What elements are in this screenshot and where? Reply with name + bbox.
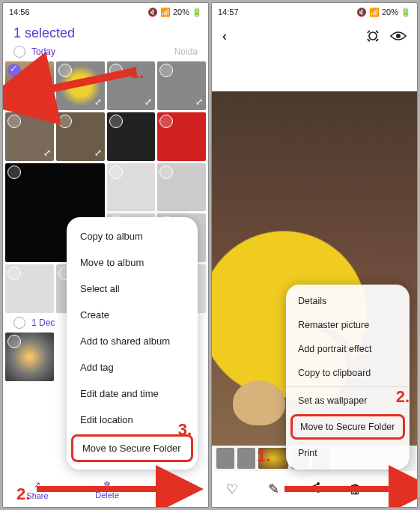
signal-icon: 📶 (369, 7, 380, 17)
battery-icon: 🔋 (192, 7, 202, 17)
photo-thumbnail[interactable] (5, 333, 54, 381)
photo-thumbnail[interactable] (107, 163, 156, 212)
svg-point-2 (369, 32, 377, 40)
photo-thumbnail[interactable]: ⤢ (5, 61, 54, 110)
menu-add-shared[interactable]: Add to shared album (67, 328, 198, 354)
menu-copy-to-album[interactable]: Copy to album (67, 223, 198, 249)
svg-point-3 (396, 34, 401, 38)
menu-wallpaper[interactable]: Set as wallpaper (286, 389, 410, 413)
thumbnail-checkbox[interactable] (58, 64, 72, 77)
select-day-checkbox[interactable] (13, 46, 25, 58)
menu-add-tag[interactable]: Add tag (67, 354, 198, 380)
menu-select-all[interactable]: Select all (67, 276, 198, 302)
photo-thumbnail[interactable] (5, 264, 54, 313)
favorite-button[interactable]: ♡ (224, 481, 240, 497)
thumbnail-checkbox[interactable] (109, 115, 123, 128)
expand-icon[interactable]: ⤢ (144, 97, 152, 107)
photo-thumbnail[interactable] (157, 112, 206, 161)
location-label: Noida (174, 46, 198, 57)
photo-thumbnail[interactable]: ⤢ (5, 112, 54, 161)
status-time: 14:56 (9, 7, 30, 16)
thumbnail-checkbox[interactable] (58, 115, 72, 128)
battery-text: 20% (173, 7, 189, 16)
thumbnail-checkbox[interactable] (159, 115, 173, 128)
more-menu: Copy to album Move to album Select all C… (67, 217, 198, 470)
thumbnail-checkbox[interactable] (7, 267, 21, 280)
delete-button[interactable]: 🗑 Delete (95, 480, 119, 500)
expand-icon[interactable]: ⤢ (94, 97, 102, 107)
menu-portrait[interactable]: Add portrait effect (286, 337, 410, 361)
menu-move-secure[interactable]: Move to Secure Folder (71, 434, 193, 462)
bottom-action-bar: ↗ Share 🗑 Delete More (3, 473, 208, 507)
bottom-action-bar: ♡ ✎ 🗑 ⋮ (212, 471, 417, 507)
thumbnail-checkbox[interactable] (7, 166, 21, 179)
viewer-header: ‹ (212, 21, 417, 51)
strip-thumb[interactable] (216, 448, 234, 469)
date-label: 1 Dec (31, 318, 55, 328)
select-day-checkbox[interactable] (13, 317, 25, 329)
delete-button[interactable]: 🗑 (347, 482, 364, 497)
photo-thumbnail[interactable] (157, 163, 206, 212)
share-button[interactable]: ↗ Share (26, 480, 48, 500)
today-label: Today (31, 46, 55, 57)
eye-icon[interactable] (390, 28, 407, 44)
share-button[interactable] (306, 481, 323, 498)
menu-divider (286, 386, 410, 387)
strip-thumb-current[interactable] (258, 448, 288, 469)
signal-icon: 📶 (160, 7, 171, 17)
thumbnail-checkbox[interactable] (7, 115, 21, 128)
photo-thumbnail[interactable]: ⤢ (157, 61, 206, 110)
battery-icon: 🔋 (401, 7, 411, 17)
menu-edit-location[interactable]: Edit location (67, 407, 198, 433)
expand-icon[interactable]: ⤢ (195, 97, 203, 107)
expand-icon[interactable]: ⤢ (43, 148, 51, 158)
photo-thumbnail[interactable]: ⤢ (107, 61, 156, 110)
status-bar: 14:57 🔇 📶 20% 🔋 (212, 3, 417, 21)
more-button[interactable]: ⋮ (389, 481, 405, 497)
expand-icon[interactable]: ⤢ (43, 97, 51, 107)
menu-remaster[interactable]: Remaster picture (286, 313, 410, 337)
trash-icon: 🗑 (103, 480, 112, 489)
menu-move-to-album[interactable]: Move to album (67, 249, 198, 276)
thumbnail-checkbox[interactable] (159, 166, 173, 179)
share-icon: ↗ (34, 480, 40, 490)
status-bar: 14:56 🔇 📶 20% 🔋 (3, 3, 208, 21)
menu-details[interactable]: Details (286, 289, 410, 313)
menu-print[interactable]: Print (286, 441, 410, 465)
svg-line-7 (311, 485, 317, 487)
bixby-vision-icon[interactable] (365, 28, 381, 44)
edit-button[interactable]: ✎ (265, 481, 281, 497)
mute-icon: 🔇 (356, 7, 367, 17)
mute-icon: 🔇 (147, 7, 158, 17)
thumbnail-checkbox[interactable] (7, 335, 21, 348)
menu-copy-clipboard[interactable]: Copy to clipboard (286, 361, 410, 385)
status-icons: 🔇 📶 20% 🔋 (356, 7, 411, 17)
gallery-selection-screen: 14:56 🔇 📶 20% 🔋 1 selected Today Noida ⤢… (2, 2, 209, 508)
photo-thumbnail[interactable]: ⤢ (56, 112, 105, 161)
menu-edit-date[interactable]: Edit date and time (67, 380, 198, 407)
status-icons: 🔇 📶 20% 🔋 (147, 7, 202, 17)
status-time: 14:57 (218, 7, 239, 16)
menu-create[interactable]: Create (67, 302, 198, 328)
thumbnail-checkbox[interactable] (109, 166, 123, 179)
expand-icon[interactable]: ⤢ (94, 148, 102, 158)
more-menu: Details Remaster picture Add portrait ef… (286, 285, 410, 470)
menu-move-secure[interactable]: Move to Secure Folder (290, 414, 405, 440)
svg-line-8 (311, 488, 317, 491)
thumbnail-checkbox[interactable] (7, 64, 21, 77)
photo-viewer-screen: 14:57 🔇 📶 20% 🔋 ‹ Details Remaster pictu… (211, 2, 418, 508)
more-icon (174, 484, 177, 486)
selection-title: 1 selected (3, 21, 208, 44)
back-button[interactable]: ‹ (222, 28, 227, 44)
thumbnail-checkbox[interactable] (109, 64, 123, 77)
battery-text: 20% (382, 7, 398, 16)
more-button[interactable]: More (166, 481, 185, 500)
photo-thumbnail[interactable] (107, 112, 156, 161)
photo-thumbnail[interactable]: ⤢ (56, 61, 105, 110)
strip-thumb[interactable] (237, 448, 255, 469)
thumbnail-checkbox[interactable] (159, 64, 173, 77)
